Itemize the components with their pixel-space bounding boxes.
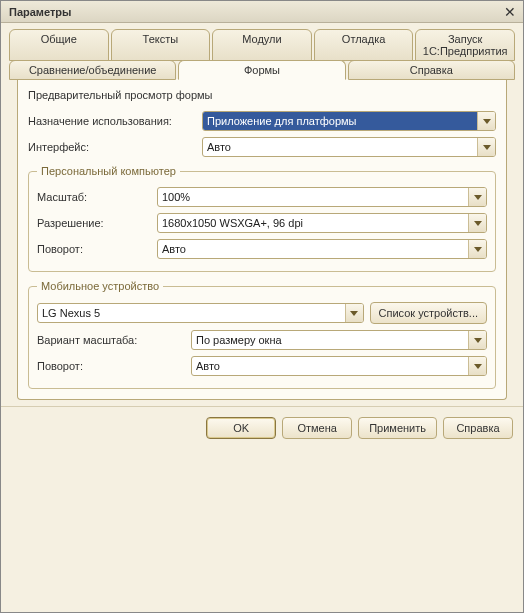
- pc-rotation-combo-arrow[interactable]: [468, 240, 486, 258]
- tab-content-forms: Предварительный просмотр формы Назначени…: [17, 79, 507, 400]
- mobile-rotation-combo-arrow[interactable]: [468, 357, 486, 375]
- tab-row-front: Сравнение/объединение Формы Справка: [9, 60, 515, 80]
- tab-texts[interactable]: Тексты: [111, 29, 211, 61]
- pc-rotation-combo[interactable]: Авто: [157, 239, 487, 259]
- row-mobile-scale: Вариант масштаба: По размеру окна: [37, 330, 487, 350]
- row-mobile-rotation: Поворот: Авто: [37, 356, 487, 376]
- settings-window: Параметры ✕ Общие Тексты Модули Отладка …: [0, 0, 524, 613]
- chevron-down-icon: [474, 195, 482, 200]
- mobile-group: Мобильное устройство LG Nexus 5 Список у…: [28, 280, 496, 389]
- help-button[interactable]: Справка: [443, 417, 513, 439]
- row-interface: Интерфейс: Авто: [28, 137, 496, 157]
- titlebar: Параметры ✕: [1, 1, 523, 23]
- row-pc-scale: Масштаб: 100%: [37, 187, 487, 207]
- mobile-device-value: LG Nexus 5: [38, 304, 345, 322]
- interface-value: Авто: [203, 138, 477, 156]
- form-preview-heading: Предварительный просмотр формы: [28, 89, 496, 101]
- tab-compare[interactable]: Сравнение/объединение: [9, 60, 176, 80]
- pc-rotation-label: Поворот:: [37, 243, 153, 255]
- pc-rotation-value: Авто: [158, 240, 468, 258]
- mobile-rotation-value: Авто: [192, 357, 468, 375]
- device-list-button[interactable]: Список устройств...: [370, 302, 488, 324]
- chevron-down-icon: [483, 145, 491, 150]
- close-icon: ✕: [504, 4, 516, 20]
- pc-scale-value: 100%: [158, 188, 468, 206]
- pc-scale-combo[interactable]: 100%: [157, 187, 487, 207]
- purpose-value: Приложение для платформы: [203, 112, 477, 130]
- mobile-device-combo-arrow[interactable]: [345, 304, 363, 322]
- interface-combo[interactable]: Авто: [202, 137, 496, 157]
- mobile-group-legend: Мобильное устройство: [37, 280, 163, 292]
- close-button[interactable]: ✕: [501, 4, 519, 20]
- mobile-scale-variant-value: По размеру окна: [192, 331, 468, 349]
- purpose-combo-arrow[interactable]: [477, 112, 495, 130]
- cancel-button[interactable]: Отмена: [282, 417, 352, 439]
- chevron-down-icon: [474, 247, 482, 252]
- interface-label: Интерфейс:: [28, 141, 198, 153]
- dialog-button-bar: OK Отмена Применить Справка: [1, 406, 523, 449]
- pc-group-legend: Персональный компьютер: [37, 165, 180, 177]
- tab-row-back: Общие Тексты Модули Отладка Запуск 1С:Пр…: [9, 29, 515, 61]
- chevron-down-icon: [474, 221, 482, 226]
- window-title: Параметры: [9, 6, 71, 18]
- pc-resolution-combo[interactable]: 1680x1050 WSXGA+, 96 dpi: [157, 213, 487, 233]
- pc-resolution-label: Разрешение:: [37, 217, 153, 229]
- row-mobile-device: LG Nexus 5 Список устройств...: [37, 302, 487, 324]
- tab-debug[interactable]: Отладка: [314, 29, 414, 61]
- mobile-scale-variant-combo-arrow[interactable]: [468, 331, 486, 349]
- tab-forms[interactable]: Формы: [178, 60, 345, 80]
- mobile-rotation-label: Поворот:: [37, 360, 187, 372]
- pc-scale-combo-arrow[interactable]: [468, 188, 486, 206]
- purpose-combo[interactable]: Приложение для платформы: [202, 111, 496, 131]
- row-pc-rotation: Поворот: Авто: [37, 239, 487, 259]
- chevron-down-icon: [350, 311, 358, 316]
- tabs-area: Общие Тексты Модули Отладка Запуск 1С:Пр…: [1, 23, 523, 406]
- mobile-device-combo[interactable]: LG Nexus 5: [37, 303, 364, 323]
- mobile-rotation-combo[interactable]: Авто: [191, 356, 487, 376]
- row-purpose: Назначение использования: Приложение для…: [28, 111, 496, 131]
- tab-general[interactable]: Общие: [9, 29, 109, 61]
- chevron-down-icon: [474, 338, 482, 343]
- pc-resolution-combo-arrow[interactable]: [468, 214, 486, 232]
- tab-modules[interactable]: Модули: [212, 29, 312, 61]
- purpose-label: Назначение использования:: [28, 115, 198, 127]
- apply-button[interactable]: Применить: [358, 417, 437, 439]
- interface-combo-arrow[interactable]: [477, 138, 495, 156]
- row-pc-resolution: Разрешение: 1680x1050 WSXGA+, 96 dpi: [37, 213, 487, 233]
- mobile-scale-variant-combo[interactable]: По размеру окна: [191, 330, 487, 350]
- chevron-down-icon: [483, 119, 491, 124]
- pc-group: Персональный компьютер Масштаб: 100% Раз…: [28, 165, 496, 272]
- tab-help[interactable]: Справка: [348, 60, 515, 80]
- pc-resolution-value: 1680x1050 WSXGA+, 96 dpi: [158, 214, 468, 232]
- pc-scale-label: Масштаб:: [37, 191, 153, 203]
- ok-button[interactable]: OK: [206, 417, 276, 439]
- chevron-down-icon: [474, 364, 482, 369]
- tab-launch[interactable]: Запуск 1С:Предприятия: [415, 29, 515, 61]
- mobile-scale-variant-label: Вариант масштаба:: [37, 334, 187, 346]
